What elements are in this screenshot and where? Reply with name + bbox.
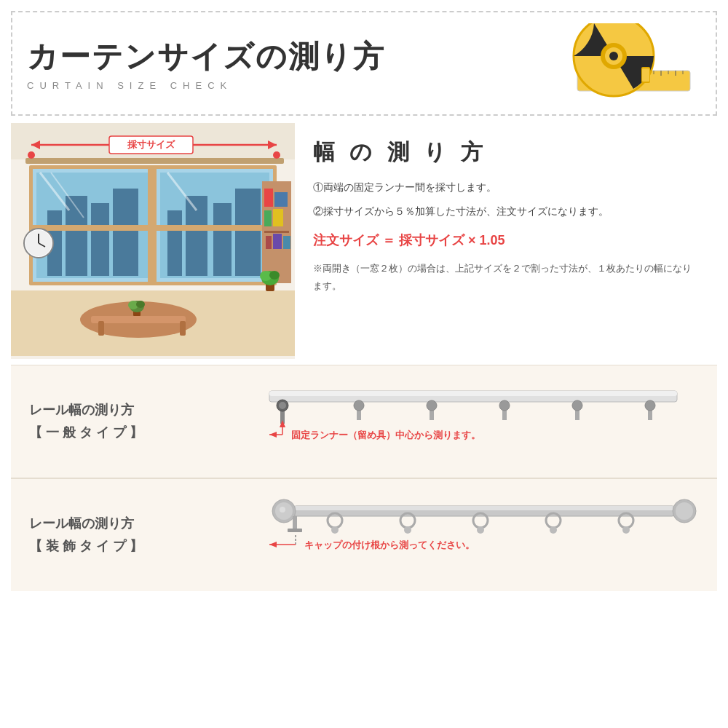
svg-point-101 <box>280 507 285 513</box>
svg-rect-54 <box>98 321 104 336</box>
width-step2: ②採寸サイズから５％加算した寸法が、注文サイズになります。 <box>313 202 699 221</box>
svg-text:採寸サイズ: 採寸サイズ <box>127 139 175 150</box>
svg-rect-72 <box>283 236 290 249</box>
rail-general-left: レール幅の測り方 【 一 般 タ イ プ 】 <box>11 384 229 458</box>
svg-point-85 <box>427 400 437 411</box>
svg-marker-95 <box>269 432 277 438</box>
svg-marker-118 <box>269 542 277 547</box>
svg-rect-41 <box>91 203 109 276</box>
svg-point-111 <box>550 526 557 534</box>
svg-text:固定ランナー（留め具）中心から測ります。: 固定ランナー（留め具）中心から測ります。 <box>291 430 480 440</box>
svg-rect-45 <box>213 203 232 276</box>
svg-rect-53 <box>91 316 186 323</box>
svg-rect-78 <box>269 391 677 396</box>
rail-decorative-title: レール幅の測り方 【 装 飾 タ イ プ 】 <box>29 513 211 557</box>
rail-decorative-section: レール幅の測り方 【 装 飾 タ イ プ 】 <box>11 478 717 591</box>
svg-point-89 <box>572 400 582 411</box>
width-section: 採寸サイズ <box>11 123 717 359</box>
svg-rect-66 <box>274 192 288 207</box>
rail-decorative-left: レール幅の測り方 【 装 飾 タ イ プ 】 <box>11 498 229 571</box>
svg-text:キャップの付け根から測ってください。: キャップの付け根から測ってください。 <box>304 539 475 550</box>
width-title: 幅 の 測 り 方 <box>313 138 699 167</box>
room-illustration: 採寸サイズ <box>11 123 295 359</box>
svg-rect-71 <box>273 234 282 249</box>
svg-point-83 <box>354 400 364 411</box>
page-title: カーテンサイズの測り方 <box>27 36 555 77</box>
svg-point-27 <box>28 151 35 159</box>
svg-rect-98 <box>291 506 677 510</box>
svg-rect-48 <box>29 225 277 231</box>
svg-point-87 <box>499 400 510 411</box>
svg-rect-70 <box>266 236 272 249</box>
svg-rect-22 <box>642 68 649 82</box>
svg-rect-42 <box>113 189 138 276</box>
svg-rect-115 <box>288 529 302 532</box>
svg-rect-55 <box>180 321 186 336</box>
svg-rect-67 <box>264 210 272 226</box>
svg-rect-44 <box>186 196 207 276</box>
svg-rect-26 <box>25 158 284 164</box>
svg-point-105 <box>331 526 339 534</box>
width-step1: ①両端の固定ランナー間を採寸します。 <box>313 178 699 197</box>
svg-point-76 <box>269 271 280 280</box>
svg-point-103 <box>676 502 693 520</box>
width-formula: 注文サイズ ＝ 採寸サイズ × 1.05 <box>313 232 699 249</box>
svg-point-28 <box>273 151 280 159</box>
header-left: カーテンサイズの測り方 CURTAIN SIZE CHECK <box>27 36 555 91</box>
svg-rect-68 <box>273 209 283 226</box>
svg-point-91 <box>645 400 655 411</box>
width-instructions: 幅 の 測 り 方 ①両端の固定ランナー間を採寸します。 ②採寸サイズから５％加… <box>295 123 717 359</box>
svg-point-113 <box>622 526 630 534</box>
svg-rect-43 <box>167 210 182 276</box>
tape-measure-illustration <box>555 23 701 103</box>
rail-general-title: レール幅の測り方 【 一 般 タ イ プ 】 <box>29 399 211 443</box>
svg-point-107 <box>404 526 411 534</box>
svg-point-81 <box>279 402 286 409</box>
header-section: カーテンサイズの測り方 CURTAIN SIZE CHECK <box>11 11 717 116</box>
width-note: ※両開き（一窓２枚）の場合は、上記サイズを２で割った寸法が、１枚あたりの幅になり… <box>313 260 699 294</box>
rail-general-illustration: 固定ランナー（留め具）中心から測ります。 <box>229 365 717 478</box>
rail-decorative-illustration: キャップの付け根から測ってください。 <box>229 479 717 591</box>
svg-point-59 <box>136 301 145 308</box>
svg-point-20 <box>609 52 618 60</box>
svg-point-109 <box>477 526 484 534</box>
rail-general-section: レール幅の測り方 【 一 般 タ イ プ 】 <box>11 365 717 478</box>
svg-rect-69 <box>264 231 289 233</box>
svg-rect-65 <box>264 189 273 207</box>
page-subtitle: CURTAIN SIZE CHECK <box>27 80 555 91</box>
svg-rect-46 <box>235 189 261 276</box>
